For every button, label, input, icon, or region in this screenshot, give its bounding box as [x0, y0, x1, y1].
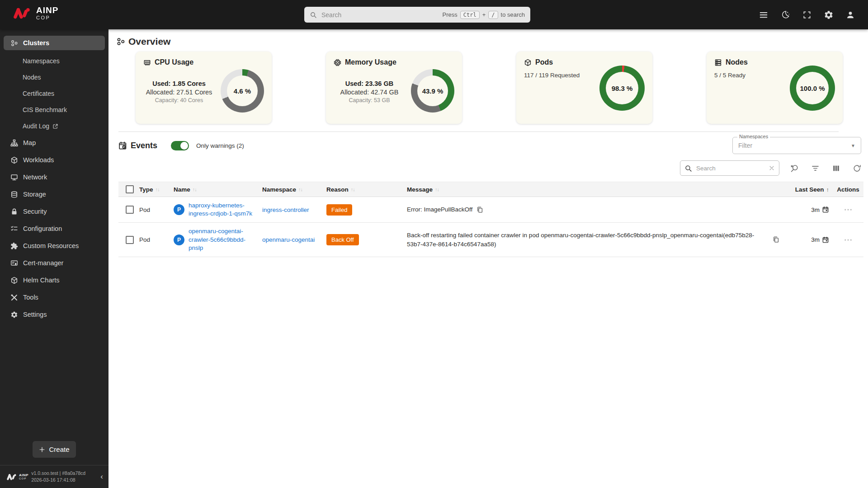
- sort-icon[interactable]: ↑↓: [193, 187, 197, 192]
- sidebar-item-security[interactable]: Security: [0, 203, 108, 220]
- column-header-last-seen[interactable]: Last Seen ↑: [791, 183, 833, 196]
- sidebar-item-label: Map: [23, 139, 36, 146]
- sidebar-item-tools[interactable]: Tools: [0, 289, 108, 306]
- menu-button[interactable]: [757, 8, 770, 22]
- hint-suffix: to search: [501, 11, 525, 18]
- sort-icon[interactable]: ↑↓: [435, 187, 439, 192]
- events-table-toolbar: [108, 160, 863, 176]
- create-button[interactable]: Create: [33, 441, 76, 458]
- nodes-card: Nodes 5 / 5 Ready 100.0 %: [707, 52, 843, 124]
- sidebar-item-map[interactable]: Map: [0, 134, 108, 151]
- namespace-link[interactable]: ingress-controller: [262, 206, 309, 213]
- column-label: Name: [174, 186, 190, 193]
- helm-charts-icon: [10, 277, 18, 284]
- copy-message-button[interactable]: [773, 236, 779, 243]
- last-seen-value: 3m: [811, 206, 820, 213]
- settings-button[interactable]: [822, 8, 835, 22]
- events-search[interactable]: [680, 160, 779, 176]
- column-header-message[interactable]: Message ↑↓: [405, 183, 791, 196]
- sidebar-item-label: CIS Benchmark: [23, 106, 67, 113]
- last-seen-calendar-icon: [822, 206, 829, 213]
- sidebar-item-cert-manager[interactable]: Cert-manager: [0, 254, 108, 272]
- row-checkbox[interactable]: [126, 236, 134, 244]
- sidebar-collapse-button[interactable]: ‹: [99, 472, 105, 481]
- sidebar-item-label: Cert-manager: [23, 259, 63, 267]
- sidebar-item-settings[interactable]: Settings: [0, 306, 108, 323]
- filter-button[interactable]: [809, 162, 821, 174]
- ctrl-key: Ctrl: [460, 11, 480, 19]
- sidebar-item-configuration[interactable]: Configuration: [0, 220, 108, 237]
- memory-used: Used: 23.36 GB: [334, 80, 405, 87]
- account-button[interactable]: [844, 8, 857, 22]
- sidebar-item-namespaces[interactable]: Namespaces: [0, 53, 108, 69]
- sidebar-item-label: Clusters: [23, 39, 49, 47]
- sidebar-item-clusters[interactable]: Clusters: [4, 36, 105, 50]
- sidebar: Clusters Namespaces Nodes Certificates C…: [0, 29, 108, 488]
- sort-ascending-icon[interactable]: ↑: [826, 186, 830, 193]
- namespace-link[interactable]: openmaru-cogentai: [262, 236, 315, 243]
- table-header-row: Type ↑↓ Name ↑↓ Namespace ↑↓ Reason ↑↓ M…: [118, 182, 863, 197]
- brand-mark-icon: [13, 6, 32, 20]
- events-title: Events: [118, 141, 157, 150]
- memory-chip-icon: [334, 59, 341, 66]
- dark-mode-toggle[interactable]: [778, 8, 792, 22]
- search-icon: [684, 164, 692, 172]
- column-label: Type: [139, 186, 153, 193]
- puzzle-icon: [10, 242, 18, 250]
- lock-icon: [10, 208, 18, 216]
- sidebar-item-label: Helm Charts: [23, 277, 60, 284]
- certificate-icon: [10, 259, 18, 267]
- global-search[interactable]: Press Ctrl + / to search: [304, 7, 530, 23]
- plus-icon: [39, 446, 45, 453]
- only-warnings-toggle[interactable]: [171, 141, 189, 150]
- sidebar-item-network[interactable]: Network: [0, 169, 108, 186]
- column-header-type[interactable]: Type ↑↓: [137, 183, 172, 196]
- column-label: Actions: [837, 186, 859, 193]
- sort-icon[interactable]: ↑↓: [156, 187, 160, 192]
- sidebar-item-audit-log[interactable]: Audit Log: [0, 118, 108, 134]
- refresh-button[interactable]: [851, 162, 863, 174]
- column-header-namespace[interactable]: Namespace ↑↓: [260, 183, 325, 196]
- sidebar-item-custom-resources[interactable]: Custom Resources: [0, 237, 108, 254]
- global-search-input[interactable]: [321, 11, 439, 19]
- footer-logo-primary: AINP: [19, 474, 28, 477]
- pod-name-link[interactable]: haproxy-kubernetes-ingress-crdjob-1-qsm7…: [189, 202, 258, 218]
- card-title-label: Nodes: [726, 58, 748, 66]
- row-actions-menu[interactable]: [833, 231, 863, 249]
- events-search-input[interactable]: [695, 164, 765, 172]
- sort-icon[interactable]: ↑↓: [298, 187, 302, 192]
- gear-icon: [10, 311, 18, 319]
- pod-kind-badge: P: [174, 204, 184, 215]
- pod-name-link[interactable]: openmaru-cogentai-crawler-5c66c9bbdd-pns…: [189, 227, 258, 252]
- row-actions-menu[interactable]: [833, 201, 863, 219]
- select-all-checkbox[interactable]: [126, 185, 134, 193]
- memory-percent: 43.9 %: [422, 87, 443, 95]
- clear-search-icon[interactable]: [769, 165, 775, 171]
- copy-message-button[interactable]: [476, 206, 483, 213]
- last-seen-value: 3m: [811, 236, 820, 243]
- sidebar-item-helm-charts[interactable]: Helm Charts: [0, 272, 108, 289]
- sidebar-item-label: Tools: [23, 294, 38, 301]
- app-logo[interactable]: AINP COP: [13, 6, 58, 20]
- sort-icon[interactable]: ↑↓: [351, 187, 355, 192]
- tools-icon: [10, 294, 18, 301]
- overview-cards: CPU Usage Used: 1.85 Cores Allocated: 27…: [136, 52, 843, 124]
- namespaces-filter-select[interactable]: Namespaces Filter ▼: [732, 137, 861, 154]
- sidebar-item-nodes[interactable]: Nodes: [0, 69, 108, 85]
- event-type: Pod: [137, 232, 172, 248]
- columns-button[interactable]: [830, 162, 842, 174]
- column-header-name[interactable]: Name ↑↓: [172, 183, 260, 196]
- sidebar-item-workloads[interactable]: Workloads: [0, 151, 108, 169]
- sidebar-item-cis-benchmark[interactable]: CIS Benchmark: [0, 102, 108, 118]
- search-settings-button[interactable]: [788, 162, 800, 174]
- row-checkbox[interactable]: [126, 206, 134, 214]
- card-title-label: Pods: [535, 58, 553, 66]
- sidebar-item-certificates[interactable]: Certificates: [0, 85, 108, 102]
- checklist-icon: [10, 225, 18, 233]
- pods-donut-chart: 98.3 %: [599, 66, 645, 111]
- column-header-reason[interactable]: Reason ↑↓: [325, 183, 405, 196]
- column-header-actions: Actions: [833, 183, 863, 196]
- fullscreen-button[interactable]: [800, 8, 814, 22]
- map-icon: [10, 139, 18, 147]
- sidebar-item-storage[interactable]: Storage: [0, 186, 108, 203]
